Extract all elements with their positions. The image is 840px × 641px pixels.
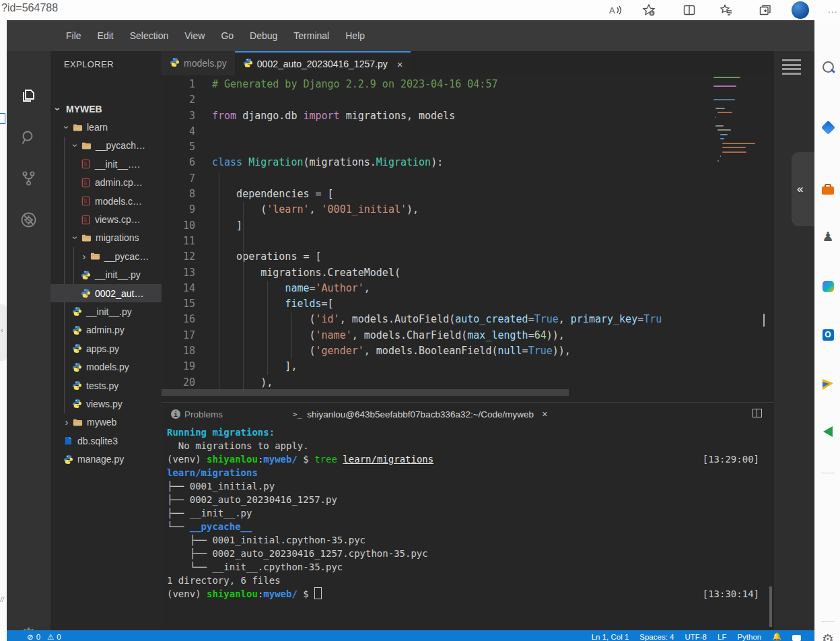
- games-icon[interactable]: ♟: [820, 229, 835, 244]
- sidebar-settings-icon[interactable]: ⚙: [820, 632, 835, 641]
- tree-item--init-py[interactable]: __init__.py: [50, 302, 162, 320]
- code-line[interactable]: 11: [162, 234, 774, 249]
- status-item[interactable]: Python: [737, 633, 761, 641]
- warning-icon[interactable]: ⚠0: [47, 632, 61, 641]
- status-item[interactable]: LF: [718, 633, 726, 641]
- tree-item-learn[interactable]: ›learn: [50, 118, 162, 136]
- code-line[interactable]: 19 ],: [162, 359, 774, 374]
- close-icon[interactable]: ×: [542, 409, 547, 419]
- code-line[interactable]: 8 dependencies = [: [162, 187, 774, 202]
- status-item[interactable]: Spaces: 4: [639, 633, 674, 641]
- tree-item--init-[interactable]: 0110__init__….: [50, 155, 162, 173]
- tab-models.py[interactable]: models.py: [162, 51, 235, 75]
- tree-item-views-py[interactable]: views.py: [50, 395, 162, 413]
- debug-icon[interactable]: [7, 205, 50, 234]
- error-icon[interactable]: ⊘0: [27, 632, 40, 641]
- favorites-icon[interactable]: [719, 3, 734, 18]
- tab-0002_auto_20230416_1257.py[interactable]: 0002_auto_20230416_1257.py×: [235, 51, 411, 75]
- more-icon[interactable]: ...: [828, 4, 838, 15]
- tree-item--init-py[interactable]: __init__.py: [50, 266, 162, 284]
- status-item[interactable]: Ln 1, Col 1: [592, 633, 629, 641]
- tree-item-manage-py[interactable]: manage.py: [50, 450, 162, 468]
- tree-item-apps-py[interactable]: apps.py: [50, 339, 162, 358]
- code-line[interactable]: 6class Migration(migrations.Migration):: [162, 155, 774, 170]
- tools-icon[interactable]: [820, 183, 835, 198]
- status-item[interactable]: UTF-8: [685, 633, 707, 641]
- feedback-icon[interactable]: [792, 635, 801, 641]
- tree-item-db-sqlite3[interactable]: db.sqlite3: [50, 432, 162, 450]
- code-line[interactable]: 16 ('id', models.AutoField(auto_created=…: [162, 312, 774, 327]
- code-line[interactable]: 4: [162, 124, 774, 139]
- tree-item-myweb[interactable]: ›myweb: [50, 413, 162, 432]
- outlook-icon[interactable]: O: [820, 327, 835, 342]
- menu-item-selection[interactable]: Selection: [123, 28, 176, 44]
- tree-item-admin-py[interactable]: admin.py: [50, 321, 162, 339]
- tree-item--pycac-[interactable]: ›__pycac…: [50, 247, 162, 265]
- notifications-bell-icon[interactable]: 🔔: [772, 632, 781, 641]
- expand-sidebar-button[interactable]: «: [792, 152, 814, 226]
- tree-item-models-c-[interactable]: 0110models.c…: [50, 192, 162, 210]
- menu-item-terminal[interactable]: Terminal: [287, 28, 336, 44]
- settings-gear-icon[interactable]: ⚙: [7, 621, 50, 630]
- tree-item-admin-cp-[interactable]: 0110admin.cp…: [50, 174, 162, 192]
- terminal-scrollbar[interactable]: [769, 586, 772, 627]
- add-favorite-icon[interactable]: [641, 3, 656, 18]
- code-line[interactable]: 12 operations = [: [162, 249, 774, 265]
- close-icon[interactable]: ×: [397, 59, 403, 70]
- menu-item-debug[interactable]: Debug: [243, 28, 284, 44]
- code-line[interactable]: 14 name='Author',: [162, 281, 774, 296]
- drop-icon[interactable]: [820, 377, 835, 392]
- chevron-left-icon: ‹: [1, 326, 3, 334]
- code-line[interactable]: 18 ('gender', models.BooleanField(null=T…: [162, 343, 774, 359]
- search-icon[interactable]: [7, 123, 50, 152]
- code-line[interactable]: 20 ),: [162, 375, 774, 391]
- tree-item-0002-aut-[interactable]: 0002_aut…: [50, 284, 162, 302]
- code-line[interactable]: 15 fields=[: [162, 296, 774, 312]
- code-token: (: [212, 329, 316, 341]
- code-line[interactable]: 13 migrations.CreateModel(: [162, 265, 774, 281]
- menu-item-view[interactable]: View: [178, 28, 211, 44]
- menu-bar: FileEditSelectionViewGoDebugTerminalHelp: [7, 20, 814, 51]
- code-line[interactable]: 2: [162, 92, 774, 108]
- tree-item-tests-py[interactable]: tests.py: [50, 376, 162, 395]
- tree-item-migrations[interactable]: ›migrations: [50, 229, 162, 247]
- menu-item-go[interactable]: Go: [214, 28, 240, 44]
- code-editor[interactable]: 1# Generated by Django 2.2.9 on 2023-04-…: [162, 75, 774, 402]
- designer-icon[interactable]: [820, 120, 835, 135]
- code-line[interactable]: 10 ]: [162, 218, 774, 234]
- profile-avatar[interactable]: [792, 1, 809, 19]
- tab-label: models.py: [184, 58, 227, 69]
- code-line[interactable]: 3from django.db import migrations, model…: [162, 108, 774, 124]
- status-problems[interactable]: ⊘0⚠0: [27, 630, 61, 641]
- list-icon[interactable]: [782, 59, 801, 77]
- split-panel-icon[interactable]: [753, 409, 762, 417]
- code-line[interactable]: 1# Generated by Django 2.2.9 on 2023-04-…: [162, 77, 774, 92]
- code-line[interactable]: 9 ('learn', '0001_initial'),: [162, 202, 774, 217]
- tab-terminal[interactable]: >_ shiyanlou@643b5eefabbf07bacb336a32:~/…: [293, 409, 547, 419]
- terminal-line: 1 directory, 6 files: [162, 574, 774, 587]
- minimap[interactable]: [713, 77, 766, 198]
- tree-item-myweb[interactable]: ›MYWEB: [50, 100, 162, 118]
- code-line[interactable]: 5: [162, 139, 774, 155]
- tree-item-views-cp-[interactable]: 0110views.cp…: [50, 210, 162, 228]
- address-bar-url[interactable]: ?id=564788: [1, 2, 58, 14]
- horizontal-scrollbar[interactable]: [162, 389, 569, 396]
- read-aloud-icon[interactable]: A: [608, 3, 623, 18]
- split-screen-icon[interactable]: [682, 3, 697, 18]
- app-icon[interactable]: [820, 424, 835, 439]
- menu-item-file[interactable]: File: [59, 28, 88, 44]
- code-line[interactable]: 7: [162, 171, 774, 187]
- code-line[interactable]: 17 ('name', models.CharField(max_length=…: [162, 328, 774, 343]
- explorer-icon[interactable]: [7, 81, 50, 110]
- bing-search-icon[interactable]: [820, 59, 835, 74]
- collections-icon[interactable]: [758, 3, 773, 18]
- tree-item-models-py[interactable]: models.py: [50, 358, 162, 376]
- copilot-icon[interactable]: [820, 279, 835, 294]
- menu-item-edit[interactable]: Edit: [91, 28, 120, 44]
- tree-item--pycach-[interactable]: ›__pycach…: [50, 137, 162, 155]
- warning-icon: ⚠: [47, 632, 54, 641]
- terminal-output[interactable]: Running migrations: No migrations to app…: [162, 426, 774, 628]
- menu-item-help[interactable]: Help: [339, 28, 372, 44]
- source-control-icon[interactable]: [7, 163, 50, 193]
- tab-problems[interactable]: i Problems: [171, 409, 223, 419]
